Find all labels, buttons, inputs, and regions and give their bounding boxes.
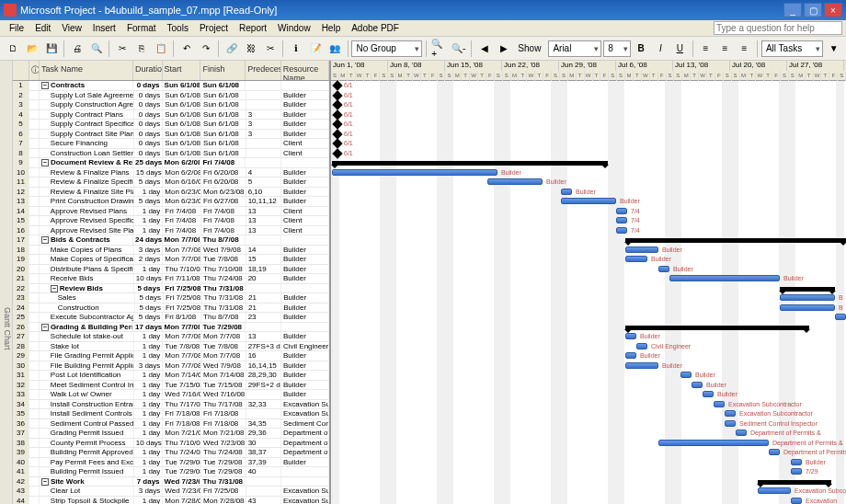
task-row[interactable]: 9−Document Review & Revision25 daysMon 6… <box>13 158 329 168</box>
task-row[interactable]: 21Receive Bids10 daysFri 7/11/08Thu 7/24… <box>13 274 329 284</box>
paste-icon[interactable]: 📋 <box>152 40 169 58</box>
menu-help[interactable]: Help <box>316 23 347 33</box>
task-row[interactable]: 4Supply Contract Plans0 daysSun 6/1/08Su… <box>13 110 329 120</box>
filter-combo[interactable]: All Tasks <box>761 40 823 57</box>
task-row[interactable]: 33Walk Lot w/ Owner1 dayWed 7/16/08Wed 7… <box>13 390 329 400</box>
gantt-bar[interactable] <box>616 217 627 223</box>
italic-icon[interactable]: I <box>652 40 669 58</box>
col-finish[interactable]: Finish <box>200 61 246 80</box>
gantt-bar[interactable] <box>487 178 543 185</box>
gantt-bar[interactable] <box>725 410 736 417</box>
task-row[interactable]: 6Supply Contract Site Plan0 daysSun 6/1/… <box>13 130 329 140</box>
task-row[interactable]: 31Post Lot Identification1 dayMon 7/14/0… <box>13 371 329 381</box>
timescale[interactable]: Jun 1, '08Jun 8, '08Jun 15, '08Jun 22, '… <box>331 61 846 81</box>
gantt-bar[interactable] <box>714 401 725 407</box>
font-combo[interactable]: Arial <box>548 40 601 57</box>
gantt-bar[interactable] <box>780 294 835 301</box>
redo-icon[interactable]: ↷ <box>197 40 214 58</box>
task-row[interactable]: 42−Site Work7 daysWed 7/23/08Thu 7/31/08 <box>13 477 329 487</box>
col-duration[interactable]: Duration <box>133 61 163 80</box>
info-icon[interactable]: ℹ <box>287 40 304 58</box>
new-icon[interactable]: 🗋 <box>4 40 21 58</box>
show-label[interactable]: Show <box>518 43 541 53</box>
assign-icon[interactable]: 👥 <box>326 40 343 58</box>
gantt-bar[interactable] <box>625 352 636 359</box>
task-row[interactable]: 14Approve Revised Plans1 dayFri 7/4/08Fr… <box>13 207 329 217</box>
gantt-bar[interactable] <box>625 238 846 243</box>
autofilter-icon[interactable]: ▼ <box>825 40 842 58</box>
underline-icon[interactable]: U <box>671 40 689 58</box>
gantt-bar[interactable] <box>625 326 809 330</box>
preview-icon[interactable]: 🔍 <box>87 40 105 58</box>
outdent-icon[interactable]: ◀ <box>475 40 493 58</box>
gantt-bar[interactable] <box>780 304 835 311</box>
notes-icon[interactable]: 📝 <box>306 40 324 58</box>
gantt-bar[interactable] <box>791 468 802 475</box>
task-row[interactable]: 1−Contracts0 daysSun 6/1/08Sun 6/1/08 <box>13 81 329 91</box>
cut-icon[interactable]: ✂ <box>113 40 131 58</box>
align-center-icon[interactable]: ≡ <box>716 40 734 58</box>
menu-report[interactable]: Report <box>234 23 272 33</box>
copy-icon[interactable]: ⎘ <box>132 40 150 58</box>
gantt-bar[interactable] <box>658 266 669 272</box>
gantt-bar[interactable] <box>669 275 780 281</box>
menu-window[interactable]: Window <box>272 23 316 33</box>
col-taskname[interactable]: Task Name <box>40 61 133 80</box>
task-row[interactable]: 28Stake lot1 dayTue 7/8/08Tue 7/8/0827FS… <box>13 342 329 352</box>
view-bar[interactable]: Gantt Chart <box>0 61 13 504</box>
task-row[interactable]: 37Grading Permit Issued1 dayMon 7/21/08M… <box>13 429 329 439</box>
gantt-bar[interactable] <box>791 498 802 504</box>
task-row[interactable]: 24Construction5 daysFri 7/25/08Thu 7/31/… <box>13 304 329 314</box>
bold-icon[interactable]: B <box>633 40 650 58</box>
save-icon[interactable]: 💾 <box>42 40 60 58</box>
col-id[interactable] <box>13 61 29 80</box>
col-info[interactable]: ⓘ <box>29 61 40 80</box>
align-left-icon[interactable]: ≡ <box>697 40 715 58</box>
gantt-bar[interactable] <box>780 287 835 292</box>
gantt-bar[interactable] <box>625 246 658 253</box>
task-row[interactable]: 30File Building Permit Application3 days… <box>13 361 329 372</box>
task-row[interactable]: 16Approve Revised Site Plan1 dayFri 7/4/… <box>13 226 329 236</box>
gantt-bar[interactable] <box>561 189 572 195</box>
task-row[interactable]: 10Review & Finalize Plans15 daysMon 6/2/… <box>13 168 329 178</box>
split-icon[interactable]: ✂ <box>261 40 279 58</box>
task-row[interactable]: 3Supply Construction Agreement0 daysSun … <box>13 100 329 110</box>
help-input[interactable] <box>714 21 842 35</box>
menu-insert[interactable]: Insert <box>87 23 121 33</box>
gantt-bar[interactable] <box>616 208 627 214</box>
task-row[interactable]: 35Install Sediment Controls1 dayFri 7/18… <box>13 409 329 419</box>
gantt-bar[interactable] <box>625 362 658 369</box>
task-row[interactable]: 27Schedule lot stake-out1 dayMon 7/7/08M… <box>13 332 329 342</box>
task-row[interactable]: 39Building Permit Approved1 dayThu 7/24/… <box>13 448 329 458</box>
menu-edit[interactable]: Edit <box>29 23 56 33</box>
menu-view[interactable]: View <box>56 23 87 33</box>
gantt-bar[interactable] <box>758 487 791 494</box>
task-row[interactable]: 7Secure Financing0 daysSun 6/1/08Sun 6/1… <box>13 139 329 149</box>
task-row[interactable]: 13Print Construction Drawings5 daysMon 6… <box>13 197 329 207</box>
zoom-out-icon[interactable]: 🔍- <box>450 40 467 58</box>
task-row[interactable]: 25Execute Subcontractor Agreements5 days… <box>13 313 329 323</box>
gantt-bar[interactable] <box>625 333 636 339</box>
task-row[interactable]: 43Clear Lot3 daysWed 7/23/08Fri 7/25/08E… <box>13 487 329 497</box>
task-row[interactable]: 15Approve Revised Specifications1 dayFri… <box>13 216 329 226</box>
task-row[interactable]: 5Supply Contract Specifications0 daysSun… <box>13 120 329 130</box>
gantt-bar[interactable] <box>616 227 627 234</box>
task-row[interactable]: 11Review & Finalize Specifications5 days… <box>13 178 329 188</box>
gantt-bar[interactable] <box>625 256 647 262</box>
col-start[interactable]: Start <box>163 61 201 80</box>
print-icon[interactable]: 🖨 <box>68 40 86 58</box>
task-row[interactable]: 23Sales5 daysFri 7/25/08Thu 7/31/0821Bui… <box>13 293 329 304</box>
task-row[interactable]: 22−Review Bids5 daysFri 7/25/08Thu 7/31/… <box>13 284 329 294</box>
menu-file[interactable]: File <box>4 23 29 33</box>
group-combo[interactable]: No Group <box>351 40 422 57</box>
task-row[interactable]: 41Building Permit Issued1 dayTue 7/29/08… <box>13 467 329 477</box>
task-row[interactable]: 36Sediment Control Passed1 dayFri 7/18/0… <box>13 419 329 430</box>
gantt-bar[interactable] <box>703 391 714 397</box>
task-row[interactable]: 40Pay Permit Fees and Excise Taxes1 dayT… <box>13 458 329 468</box>
close-button[interactable]: × <box>824 3 842 17</box>
task-row[interactable]: 20Distribute Plans & Specifications1 day… <box>13 265 329 275</box>
gantt-bar[interactable] <box>561 198 616 204</box>
minimize-button[interactable]: _ <box>783 3 802 17</box>
link-icon[interactable]: 🔗 <box>223 40 240 58</box>
menu-tools[interactable]: Tools <box>162 23 194 33</box>
